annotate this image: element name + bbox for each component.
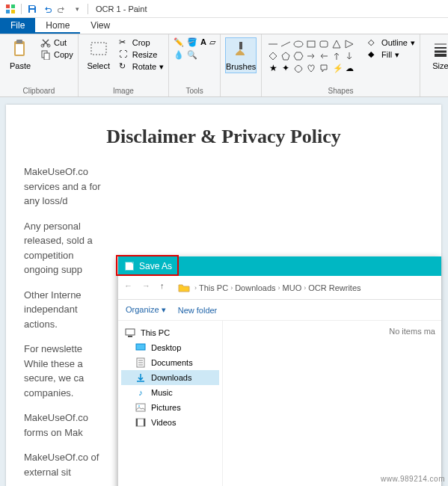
svg-rect-14 (239, 42, 242, 49)
svg-marker-22 (294, 52, 303, 60)
music-icon: ♪ (135, 387, 147, 398)
body-text: MakeUseOf.co forms on Mak (24, 410, 108, 440)
select-icon (88, 39, 109, 60)
svg-rect-7 (16, 40, 22, 43)
resize-icon: ⛶ (119, 49, 129, 60)
svg-rect-12 (44, 53, 49, 60)
folder-tree[interactable]: This PC Desktop Documents Downloads ♪Mus… (118, 321, 223, 486)
shapes-gallery[interactable]: ★ ✦ ⚡ ☁ (266, 37, 363, 75)
chevron-down-icon[interactable]: ▾ (71, 3, 83, 15)
tree-desktop[interactable]: Desktop (121, 340, 219, 355)
paste-icon (10, 39, 31, 60)
svg-text:⚡: ⚡ (333, 63, 342, 73)
redo-icon[interactable] (56, 3, 68, 15)
tab-view[interactable]: View (80, 18, 120, 34)
picker-icon[interactable]: 💧 (174, 50, 184, 60)
svg-rect-4 (30, 6, 34, 8)
svg-rect-3 (11, 10, 15, 13)
breadcrumb[interactable]: ›This PC ›Downloads ›MUO ›OCR Rewrites (194, 283, 361, 292)
tree-documents[interactable]: Documents (121, 355, 219, 370)
svg-marker-20 (269, 52, 277, 60)
svg-rect-30 (128, 336, 132, 337)
dialog-title: Save As (139, 261, 172, 271)
outline-icon: ◇ (368, 37, 378, 48)
svg-rect-1 (11, 4, 15, 8)
documents-icon (135, 357, 147, 368)
folder-icon (178, 283, 190, 293)
eraser-icon[interactable]: ▱ (209, 37, 215, 47)
shape-outline-button[interactable]: ◇Outline ▾ (368, 37, 415, 48)
nav-forward-icon[interactable]: → (142, 281, 156, 295)
svg-rect-33 (136, 404, 145, 411)
app-icon (4, 3, 16, 15)
tree-pictures[interactable]: Pictures (121, 400, 219, 415)
empty-message: No items ma (389, 327, 435, 336)
copy-button[interactable]: Copy (40, 49, 73, 60)
tree-music[interactable]: ♪Music (121, 385, 219, 400)
svg-rect-8 (16, 44, 23, 55)
tab-home[interactable]: Home (35, 18, 80, 34)
pc-icon (124, 327, 136, 338)
body-text: Other Interne independant actions. (24, 288, 108, 332)
svg-marker-19 (346, 40, 353, 48)
rotate-button[interactable]: ↻Rotate ▾ (119, 61, 164, 72)
svg-rect-29 (126, 329, 135, 335)
svg-marker-21 (282, 52, 289, 60)
group-shapes: ★ ✦ ⚡ ☁ ◇Outline ▾ ◆Fill ▾ Shapes (262, 34, 420, 96)
shape-fill-button[interactable]: ◆Fill ▾ (368, 49, 415, 60)
undo-icon[interactable] (41, 3, 53, 15)
cut-icon (40, 37, 51, 48)
pencil-icon[interactable]: ✏️ (174, 37, 184, 47)
svg-rect-37 (144, 419, 145, 426)
organize-button[interactable]: Organize ▾ (126, 305, 166, 315)
canvas-area: Disclaimer & Privacy Policy MakeUseOf.co… (0, 97, 448, 486)
nav-up-icon[interactable]: ↑ (160, 281, 174, 295)
ribbon-tabs: File Home View (0, 18, 448, 34)
paste-button[interactable]: Paste (4, 37, 36, 72)
group-image: Select ✂Crop ⛶Resize ↻Rotate ▾ Image (79, 34, 169, 96)
svg-point-34 (138, 405, 140, 407)
select-button[interactable]: Select (83, 37, 114, 72)
quick-access-toolbar: ▾ OCR 1 - Paint (0, 0, 448, 18)
svg-marker-18 (333, 40, 340, 48)
cut-button[interactable]: Cut (40, 37, 73, 48)
newfolder-button[interactable]: New folder (178, 306, 218, 315)
svg-text:✦: ✦ (282, 63, 289, 73)
watermark: www.989214.com (381, 475, 445, 483)
body-text: For newslette While these a secure, we c… (24, 342, 108, 400)
svg-rect-16 (307, 41, 315, 47)
svg-rect-31 (136, 344, 145, 350)
bucket-icon[interactable]: 🪣 (187, 37, 197, 47)
svg-rect-13 (91, 43, 106, 55)
group-size: Size (420, 34, 448, 96)
zoom-icon[interactable]: 🔍 (187, 50, 197, 60)
dialog-toolbar: Organize ▾ New folder (118, 300, 441, 321)
brush-icon (230, 40, 251, 61)
size-button[interactable]: Size (425, 37, 448, 72)
copy-icon (40, 49, 51, 60)
tree-downloads[interactable]: Downloads (121, 370, 219, 385)
resize-button[interactable]: ⛶Resize (119, 49, 164, 60)
rotate-icon: ↻ (119, 61, 129, 72)
dialog-titlebar[interactable]: Save As (118, 256, 441, 276)
body-text: MakeUseOf.co of external sit (24, 450, 108, 479)
svg-rect-5 (30, 10, 34, 13)
brushes-button[interactable]: Brushes (225, 37, 257, 73)
body-text: Any personal released, sold a competitio… (24, 219, 108, 277)
svg-rect-0 (6, 4, 10, 8)
nav-back-icon[interactable]: ← (124, 281, 138, 295)
svg-rect-17 (320, 41, 328, 47)
crop-icon: ✂ (119, 37, 129, 48)
file-list[interactable]: No items ma (223, 321, 441, 486)
text-icon[interactable]: A (200, 37, 206, 46)
crop-button[interactable]: ✂Crop (119, 37, 164, 48)
dialog-nav: ← → ↑ ›This PC ›Downloads ›MUO ›OCR Rewr… (118, 276, 441, 300)
tree-this-pc[interactable]: This PC (121, 325, 219, 340)
tab-file[interactable]: File (0, 18, 35, 34)
save-as-icon (124, 261, 135, 271)
desktop-icon (135, 342, 147, 353)
svg-point-15 (294, 41, 303, 47)
tree-videos[interactable]: Videos (121, 415, 219, 430)
save-icon[interactable] (26, 3, 38, 15)
group-brushes: Brushes (221, 34, 262, 96)
